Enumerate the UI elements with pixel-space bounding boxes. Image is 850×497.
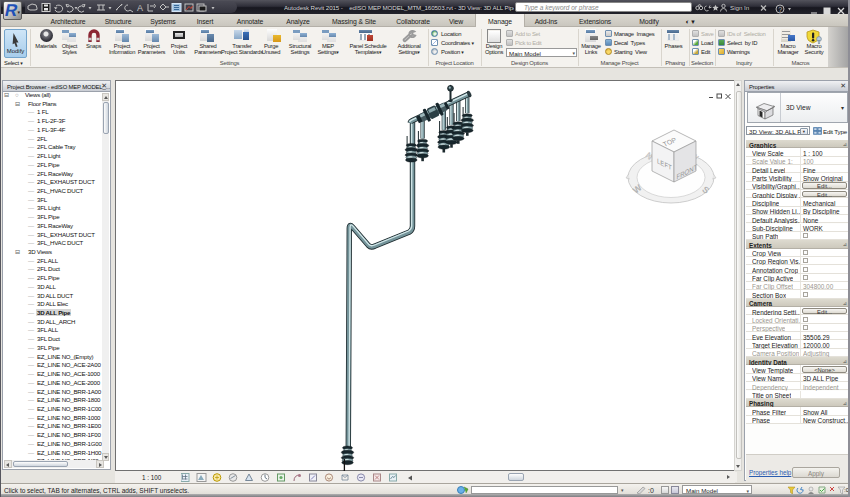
svg-text::0: :0: [648, 487, 654, 494]
svg-text:?: ?: [778, 6, 782, 13]
svg-text:A: A: [137, 3, 143, 13]
